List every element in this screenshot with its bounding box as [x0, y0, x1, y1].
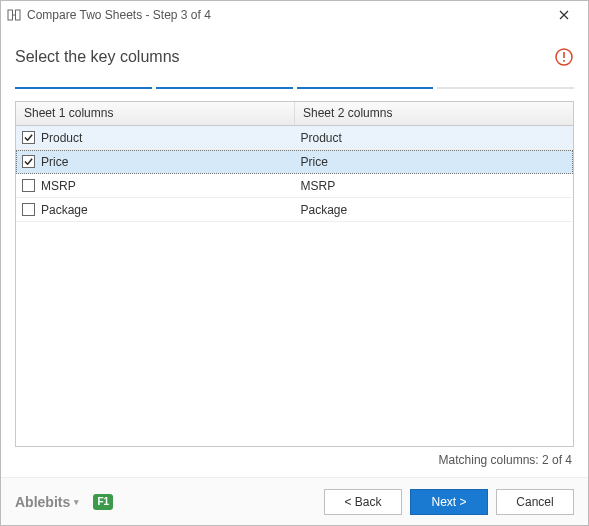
cancel-button[interactable]: Cancel — [496, 489, 574, 515]
table-row[interactable]: Price Price — [16, 150, 573, 174]
col-header-sheet2[interactable]: Sheet 2 columns — [295, 102, 573, 125]
check-icon — [24, 157, 33, 166]
cell-sheet1: Price — [16, 150, 295, 173]
matching-status: Matching columns: 2 of 4 — [15, 447, 574, 469]
help-label: F1 — [97, 496, 109, 507]
close-icon — [559, 10, 569, 20]
cell-label: Product — [41, 131, 82, 145]
progress-seg-4 — [437, 87, 574, 89]
table-body: Product Product Price Price — [16, 126, 573, 446]
svg-rect-3 — [563, 52, 565, 58]
cell-sheet2: Product — [295, 126, 574, 149]
row-checkbox[interactable] — [22, 155, 35, 168]
brand-label: Ablebits — [15, 494, 70, 510]
svg-rect-0 — [8, 10, 13, 20]
window-title: Compare Two Sheets - Step 3 of 4 — [27, 8, 540, 22]
dialog-compare-two-sheets: Compare Two Sheets - Step 3 of 4 Select … — [0, 0, 589, 526]
page-heading: Select the key columns — [15, 48, 554, 66]
warning-icon[interactable] — [554, 47, 574, 67]
table-row[interactable]: MSRP MSRP — [16, 174, 573, 198]
footer: Ablebits ▾ F1 < Back Next > Cancel — [1, 477, 588, 525]
brand-menu[interactable]: Ablebits ▾ — [15, 494, 79, 510]
cell-label: Price — [41, 155, 68, 169]
svg-rect-4 — [563, 60, 565, 62]
cell-label: MSRP — [301, 179, 336, 193]
row-checkbox[interactable] — [22, 131, 35, 144]
cell-label: Price — [301, 155, 328, 169]
progress-seg-2 — [156, 87, 293, 89]
back-button[interactable]: < Back — [324, 489, 402, 515]
progress-seg-1 — [15, 87, 152, 89]
row-checkbox[interactable] — [22, 203, 35, 216]
cell-label: Package — [41, 203, 88, 217]
cell-label: MSRP — [41, 179, 76, 193]
cell-sheet2: Price — [295, 150, 574, 173]
close-button[interactable] — [546, 1, 582, 29]
table-row[interactable]: Product Product — [16, 126, 573, 150]
svg-rect-1 — [16, 10, 21, 20]
step-progress — [15, 87, 574, 89]
app-icon — [7, 8, 21, 22]
cell-label: Product — [301, 131, 342, 145]
row-checkbox[interactable] — [22, 179, 35, 192]
col-header-sheet1[interactable]: Sheet 1 columns — [16, 102, 295, 125]
columns-table: Sheet 1 columns Sheet 2 columns Product … — [15, 101, 574, 447]
header-row: Select the key columns — [15, 29, 574, 85]
cell-sheet1: MSRP — [16, 174, 295, 197]
help-button[interactable]: F1 — [93, 494, 113, 510]
cell-sheet1: Product — [16, 126, 295, 149]
titlebar: Compare Two Sheets - Step 3 of 4 — [1, 1, 588, 29]
table-row[interactable]: Package Package — [16, 198, 573, 222]
cell-sheet1: Package — [16, 198, 295, 221]
cell-sheet2: MSRP — [295, 174, 574, 197]
check-icon — [24, 133, 33, 142]
progress-seg-3 — [297, 87, 434, 89]
cell-sheet2: Package — [295, 198, 574, 221]
cell-label: Package — [301, 203, 348, 217]
next-button[interactable]: Next > — [410, 489, 488, 515]
content-area: Select the key columns Sheet 1 columns S… — [1, 29, 588, 477]
table-header: Sheet 1 columns Sheet 2 columns — [16, 102, 573, 126]
chevron-down-icon: ▾ — [74, 497, 79, 507]
